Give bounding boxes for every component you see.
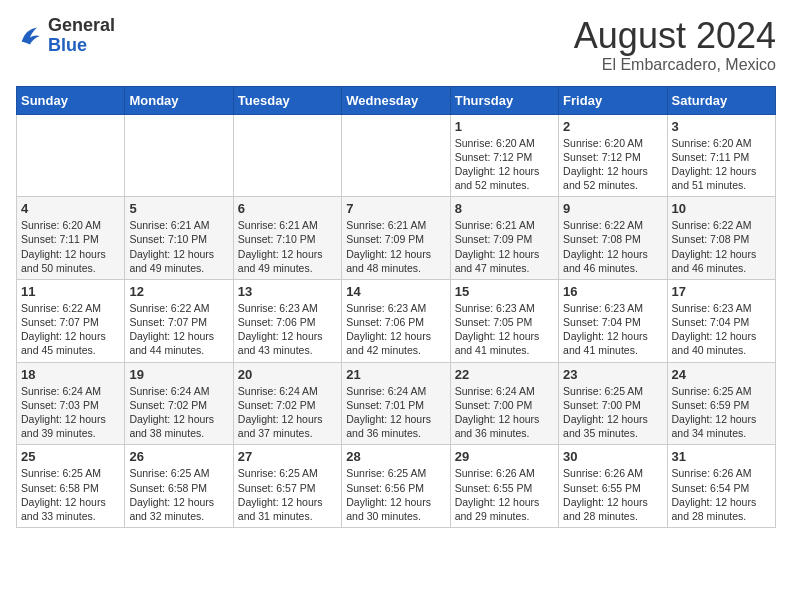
calendar-week-row: 25Sunrise: 6:25 AM Sunset: 6:58 PM Dayli… <box>17 445 776 528</box>
day-content: Sunrise: 6:25 AM Sunset: 6:59 PM Dayligh… <box>672 384 771 441</box>
day-number: 12 <box>129 284 228 299</box>
day-content: Sunrise: 6:24 AM Sunset: 7:01 PM Dayligh… <box>346 384 445 441</box>
day-number: 29 <box>455 449 554 464</box>
calendar-cell: 7Sunrise: 6:21 AM Sunset: 7:09 PM Daylig… <box>342 197 450 280</box>
day-number: 23 <box>563 367 662 382</box>
day-number: 19 <box>129 367 228 382</box>
day-number: 6 <box>238 201 337 216</box>
day-number: 13 <box>238 284 337 299</box>
day-content: Sunrise: 6:24 AM Sunset: 7:02 PM Dayligh… <box>129 384 228 441</box>
day-content: Sunrise: 6:23 AM Sunset: 7:04 PM Dayligh… <box>672 301 771 358</box>
day-content: Sunrise: 6:22 AM Sunset: 7:07 PM Dayligh… <box>129 301 228 358</box>
day-number: 27 <box>238 449 337 464</box>
day-content: Sunrise: 6:24 AM Sunset: 7:00 PM Dayligh… <box>455 384 554 441</box>
day-number: 22 <box>455 367 554 382</box>
calendar-cell: 3Sunrise: 6:20 AM Sunset: 7:11 PM Daylig… <box>667 114 775 197</box>
calendar-cell: 19Sunrise: 6:24 AM Sunset: 7:02 PM Dayli… <box>125 362 233 445</box>
day-content: Sunrise: 6:23 AM Sunset: 7:05 PM Dayligh… <box>455 301 554 358</box>
day-content: Sunrise: 6:21 AM Sunset: 7:09 PM Dayligh… <box>346 218 445 275</box>
day-number: 25 <box>21 449 120 464</box>
day-content: Sunrise: 6:20 AM Sunset: 7:11 PM Dayligh… <box>672 136 771 193</box>
location-subtitle: El Embarcadero, Mexico <box>574 56 776 74</box>
calendar-cell: 18Sunrise: 6:24 AM Sunset: 7:03 PM Dayli… <box>17 362 125 445</box>
day-content: Sunrise: 6:22 AM Sunset: 7:08 PM Dayligh… <box>672 218 771 275</box>
weekday-header-row: SundayMondayTuesdayWednesdayThursdayFrid… <box>17 86 776 114</box>
logo: General Blue <box>16 16 115 56</box>
day-number: 31 <box>672 449 771 464</box>
calendar-cell: 22Sunrise: 6:24 AM Sunset: 7:00 PM Dayli… <box>450 362 558 445</box>
day-content: Sunrise: 6:25 AM Sunset: 6:58 PM Dayligh… <box>21 466 120 523</box>
title-block: August 2024 El Embarcadero, Mexico <box>574 16 776 74</box>
day-number: 24 <box>672 367 771 382</box>
day-content: Sunrise: 6:24 AM Sunset: 7:02 PM Dayligh… <box>238 384 337 441</box>
day-number: 4 <box>21 201 120 216</box>
day-content: Sunrise: 6:25 AM Sunset: 6:57 PM Dayligh… <box>238 466 337 523</box>
day-content: Sunrise: 6:23 AM Sunset: 7:06 PM Dayligh… <box>238 301 337 358</box>
calendar-cell: 21Sunrise: 6:24 AM Sunset: 7:01 PM Dayli… <box>342 362 450 445</box>
calendar-table: SundayMondayTuesdayWednesdayThursdayFrid… <box>16 86 776 528</box>
day-content: Sunrise: 6:23 AM Sunset: 7:06 PM Dayligh… <box>346 301 445 358</box>
day-number: 20 <box>238 367 337 382</box>
day-content: Sunrise: 6:26 AM Sunset: 6:55 PM Dayligh… <box>455 466 554 523</box>
day-content: Sunrise: 6:22 AM Sunset: 7:07 PM Dayligh… <box>21 301 120 358</box>
weekday-header: Thursday <box>450 86 558 114</box>
day-number: 16 <box>563 284 662 299</box>
calendar-cell: 31Sunrise: 6:26 AM Sunset: 6:54 PM Dayli… <box>667 445 775 528</box>
weekday-header: Sunday <box>17 86 125 114</box>
day-number: 2 <box>563 119 662 134</box>
calendar-cell: 4Sunrise: 6:20 AM Sunset: 7:11 PM Daylig… <box>17 197 125 280</box>
day-number: 14 <box>346 284 445 299</box>
calendar-cell: 27Sunrise: 6:25 AM Sunset: 6:57 PM Dayli… <box>233 445 341 528</box>
calendar-cell <box>233 114 341 197</box>
calendar-cell: 12Sunrise: 6:22 AM Sunset: 7:07 PM Dayli… <box>125 279 233 362</box>
calendar-cell: 13Sunrise: 6:23 AM Sunset: 7:06 PM Dayli… <box>233 279 341 362</box>
calendar-cell: 25Sunrise: 6:25 AM Sunset: 6:58 PM Dayli… <box>17 445 125 528</box>
calendar-cell: 28Sunrise: 6:25 AM Sunset: 6:56 PM Dayli… <box>342 445 450 528</box>
calendar-cell: 15Sunrise: 6:23 AM Sunset: 7:05 PM Dayli… <box>450 279 558 362</box>
month-year-title: August 2024 <box>574 16 776 56</box>
day-number: 28 <box>346 449 445 464</box>
weekday-header: Saturday <box>667 86 775 114</box>
weekday-header: Friday <box>559 86 667 114</box>
calendar-cell: 23Sunrise: 6:25 AM Sunset: 7:00 PM Dayli… <box>559 362 667 445</box>
day-content: Sunrise: 6:26 AM Sunset: 6:54 PM Dayligh… <box>672 466 771 523</box>
day-content: Sunrise: 6:25 AM Sunset: 6:56 PM Dayligh… <box>346 466 445 523</box>
day-number: 10 <box>672 201 771 216</box>
day-content: Sunrise: 6:21 AM Sunset: 7:10 PM Dayligh… <box>129 218 228 275</box>
day-content: Sunrise: 6:21 AM Sunset: 7:09 PM Dayligh… <box>455 218 554 275</box>
day-content: Sunrise: 6:25 AM Sunset: 7:00 PM Dayligh… <box>563 384 662 441</box>
calendar-cell <box>125 114 233 197</box>
calendar-week-row: 4Sunrise: 6:20 AM Sunset: 7:11 PM Daylig… <box>17 197 776 280</box>
calendar-cell: 9Sunrise: 6:22 AM Sunset: 7:08 PM Daylig… <box>559 197 667 280</box>
day-number: 21 <box>346 367 445 382</box>
calendar-cell: 2Sunrise: 6:20 AM Sunset: 7:12 PM Daylig… <box>559 114 667 197</box>
day-content: Sunrise: 6:20 AM Sunset: 7:12 PM Dayligh… <box>563 136 662 193</box>
day-content: Sunrise: 6:26 AM Sunset: 6:55 PM Dayligh… <box>563 466 662 523</box>
weekday-header: Tuesday <box>233 86 341 114</box>
calendar-cell: 26Sunrise: 6:25 AM Sunset: 6:58 PM Dayli… <box>125 445 233 528</box>
calendar-cell: 1Sunrise: 6:20 AM Sunset: 7:12 PM Daylig… <box>450 114 558 197</box>
calendar-cell: 6Sunrise: 6:21 AM Sunset: 7:10 PM Daylig… <box>233 197 341 280</box>
day-number: 7 <box>346 201 445 216</box>
logo-blue-text: Blue <box>48 35 87 55</box>
calendar-week-row: 1Sunrise: 6:20 AM Sunset: 7:12 PM Daylig… <box>17 114 776 197</box>
logo-bird-icon <box>16 22 44 50</box>
weekday-header: Wednesday <box>342 86 450 114</box>
day-number: 18 <box>21 367 120 382</box>
day-number: 11 <box>21 284 120 299</box>
calendar-cell: 24Sunrise: 6:25 AM Sunset: 6:59 PM Dayli… <box>667 362 775 445</box>
day-content: Sunrise: 6:22 AM Sunset: 7:08 PM Dayligh… <box>563 218 662 275</box>
logo-general-text: General <box>48 15 115 35</box>
day-number: 9 <box>563 201 662 216</box>
calendar-cell <box>17 114 125 197</box>
calendar-cell: 10Sunrise: 6:22 AM Sunset: 7:08 PM Dayli… <box>667 197 775 280</box>
day-number: 15 <box>455 284 554 299</box>
day-content: Sunrise: 6:24 AM Sunset: 7:03 PM Dayligh… <box>21 384 120 441</box>
calendar-cell: 29Sunrise: 6:26 AM Sunset: 6:55 PM Dayli… <box>450 445 558 528</box>
page-header: General Blue August 2024 El Embarcadero,… <box>16 16 776 74</box>
day-number: 5 <box>129 201 228 216</box>
calendar-cell: 30Sunrise: 6:26 AM Sunset: 6:55 PM Dayli… <box>559 445 667 528</box>
day-number: 30 <box>563 449 662 464</box>
calendar-week-row: 11Sunrise: 6:22 AM Sunset: 7:07 PM Dayli… <box>17 279 776 362</box>
day-content: Sunrise: 6:21 AM Sunset: 7:10 PM Dayligh… <box>238 218 337 275</box>
